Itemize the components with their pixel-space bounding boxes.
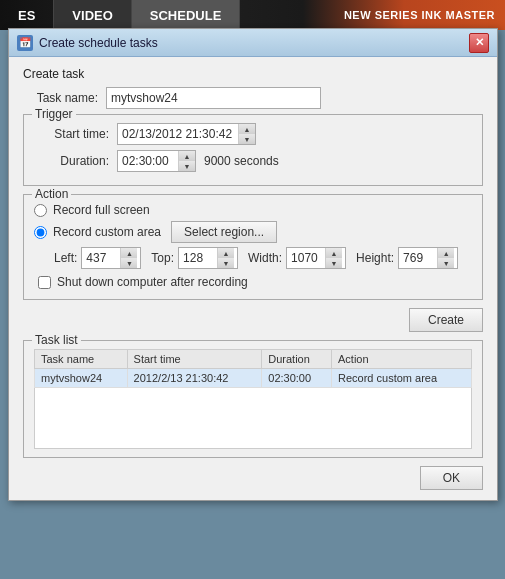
- top-spinner: ▲ ▼: [178, 247, 238, 269]
- start-time-down-btn[interactable]: ▼: [239, 134, 255, 144]
- width-input[interactable]: [287, 248, 325, 268]
- task-name-label: Task name:: [23, 91, 98, 105]
- ok-btn-row: OK: [23, 466, 483, 490]
- cell-duration: 02:30:00: [262, 369, 332, 388]
- left-up-btn[interactable]: ▲: [121, 248, 137, 258]
- cell-start-time: 2012/2/13 21:30:42: [127, 369, 262, 388]
- top-input[interactable]: [179, 248, 217, 268]
- create-btn-row: Create: [23, 308, 483, 332]
- width-label: Width:: [248, 251, 282, 265]
- duration-up-btn[interactable]: ▲: [179, 151, 195, 161]
- left-spinner-btns: ▲ ▼: [120, 248, 137, 268]
- start-time-label: Start time:: [34, 127, 109, 141]
- select-region-button[interactable]: Select region...: [171, 221, 277, 243]
- task-list-label: Task list: [32, 333, 81, 347]
- col-task-name: Task name: [35, 350, 128, 369]
- table-row[interactable]: mytvshow24 2012/2/13 21:30:42 02:30:00 R…: [35, 369, 472, 388]
- duration-spinner-btns: ▲ ▼: [178, 151, 195, 171]
- table-body: mytvshow24 2012/2/13 21:30:42 02:30:00 R…: [35, 369, 472, 449]
- top-down-btn[interactable]: ▼: [218, 258, 234, 268]
- shutdown-row: Shut down computer after recording: [38, 275, 472, 289]
- width-down-btn[interactable]: ▼: [326, 258, 342, 268]
- col-action: Action: [332, 350, 472, 369]
- dialog-title: Create schedule tasks: [39, 36, 469, 50]
- top-bar: ES VIDEO SCHEDULE NEW SERIES INK MASTER: [0, 0, 505, 30]
- record-fullscreen-label[interactable]: Record full screen: [53, 203, 150, 217]
- col-duration: Duration: [262, 350, 332, 369]
- duration-down-btn[interactable]: ▼: [179, 161, 195, 171]
- height-spinner: ▲ ▼: [398, 247, 458, 269]
- height-up-btn[interactable]: ▲: [438, 248, 454, 258]
- top-up-btn[interactable]: ▲: [218, 248, 234, 258]
- left-label: Left:: [54, 251, 77, 265]
- tab-video[interactable]: VIDEO: [54, 0, 131, 30]
- record-custom-label[interactable]: Record custom area: [53, 225, 161, 239]
- action-label: Action: [32, 187, 71, 201]
- start-time-up-btn[interactable]: ▲: [239, 124, 255, 134]
- duration-label: Duration:: [34, 154, 109, 168]
- record-custom-row: Record custom area Select region...: [34, 221, 472, 243]
- shutdown-label[interactable]: Shut down computer after recording: [57, 275, 248, 289]
- record-custom-radio[interactable]: [34, 226, 47, 239]
- top-spinner-btns: ▲ ▼: [217, 248, 234, 268]
- height-spinner-btns: ▲ ▼: [437, 248, 454, 268]
- duration-row: Duration: ▲ ▼ 9000 seconds: [34, 150, 472, 172]
- top-label: Top:: [151, 251, 174, 265]
- tab-schedule[interactable]: SCHEDULE: [132, 0, 241, 30]
- table-row-empty: [35, 388, 472, 449]
- tab-es[interactable]: ES: [0, 0, 54, 30]
- record-fullscreen-row: Record full screen: [34, 203, 472, 217]
- width-spinner-btns: ▲ ▼: [325, 248, 342, 268]
- dialog-body: Create task Task name: Trigger Start tim…: [9, 57, 497, 500]
- height-input[interactable]: [399, 248, 437, 268]
- left-spinner: ▲ ▼: [81, 247, 141, 269]
- dialog-icon: 📅: [17, 35, 33, 51]
- duration-input[interactable]: [118, 151, 178, 171]
- height-label: Height:: [356, 251, 394, 265]
- create-schedule-dialog: 📅 Create schedule tasks ✕ Create task Ta…: [8, 28, 498, 501]
- close-button[interactable]: ✕: [469, 33, 489, 53]
- task-list-table: Task name Start time Duration Action myt…: [34, 349, 472, 449]
- trigger-label: Trigger: [32, 107, 76, 121]
- trigger-group: Trigger Start time: ▲ ▼ Duration:: [23, 114, 483, 186]
- task-name-row: Task name:: [23, 87, 483, 109]
- cell-action: Record custom area: [332, 369, 472, 388]
- width-spinner: ▲ ▼: [286, 247, 346, 269]
- task-list-section: Task list Task name Start time Duration …: [23, 340, 483, 458]
- start-time-spinner: ▲ ▼: [117, 123, 256, 145]
- shutdown-checkbox[interactable]: [38, 276, 51, 289]
- start-time-spinner-btns: ▲ ▼: [238, 124, 255, 144]
- create-task-label: Create task: [23, 67, 483, 81]
- width-up-btn[interactable]: ▲: [326, 248, 342, 258]
- coords-row: Left: ▲ ▼ Top: ▲ ▼: [54, 247, 472, 269]
- start-time-row: Start time: ▲ ▼: [34, 123, 472, 145]
- record-fullscreen-radio[interactable]: [34, 204, 47, 217]
- height-down-btn[interactable]: ▼: [438, 258, 454, 268]
- seconds-label: 9000 seconds: [204, 154, 279, 168]
- create-button[interactable]: Create: [409, 308, 483, 332]
- table-header: Task name Start time Duration Action: [35, 350, 472, 369]
- duration-spinner: ▲ ▼: [117, 150, 196, 172]
- dialog-titlebar: 📅 Create schedule tasks ✕: [9, 29, 497, 57]
- left-input[interactable]: [82, 248, 120, 268]
- ok-button[interactable]: OK: [420, 466, 483, 490]
- col-start-time: Start time: [127, 350, 262, 369]
- action-group: Action Record full screen Record custom …: [23, 194, 483, 300]
- start-time-input[interactable]: [118, 124, 238, 144]
- task-name-input[interactable]: [106, 87, 321, 109]
- left-down-btn[interactable]: ▼: [121, 258, 137, 268]
- cell-task-name: mytvshow24: [35, 369, 128, 388]
- brand-label: NEW SERIES INK MASTER: [334, 9, 505, 21]
